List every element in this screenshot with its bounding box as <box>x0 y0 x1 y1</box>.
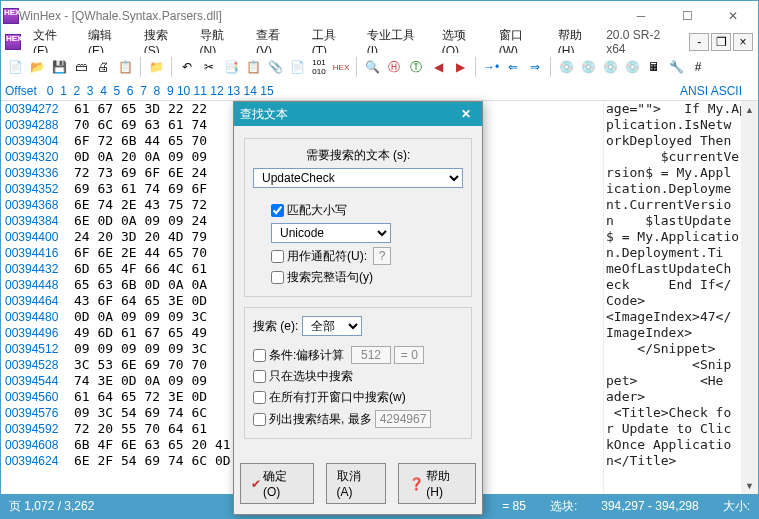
find-text-dialog: 查找文本 ✕ 需要搜索的文本 (s): UpdateCheck 匹配大小写 Un… <box>233 101 483 515</box>
whole-sentence-label: 搜索完整语句(y) <box>287 269 373 286</box>
wildcard-char-box[interactable]: ? <box>373 247 391 265</box>
clip-icon[interactable]: 📎 <box>265 57 285 77</box>
status-sel-label: 选块: <box>550 498 577 515</box>
paste-icon[interactable]: 📋 <box>243 57 263 77</box>
only-block-checkbox[interactable] <box>253 370 266 383</box>
minimize-button[interactable]: ─ <box>618 1 664 31</box>
copyhex-icon[interactable]: 📄 <box>287 57 307 77</box>
cond-offset-label: 条件:偏移计算 <box>269 347 344 364</box>
wildcards-checkbox[interactable] <box>271 250 284 263</box>
folder-icon[interactable]: 📁 <box>146 57 166 77</box>
open-icon[interactable]: 📂 <box>27 57 47 77</box>
search-text-input[interactable]: UpdateCheck <box>253 168 463 188</box>
window-title: WinHex - [QWhale.Syntax.Parsers.dll] <box>19 9 618 23</box>
dialog-close-icon[interactable]: ✕ <box>456 107 476 121</box>
encoding-select[interactable]: Unicode <box>271 223 391 243</box>
tool-icon[interactable]: 🔧 <box>666 57 686 77</box>
save-icon[interactable]: 💾 <box>49 57 69 77</box>
match-case-checkbox[interactable] <box>271 204 284 217</box>
status-sel-range: 394,297 - 394,298 <box>601 499 698 513</box>
list-results-checkbox[interactable] <box>253 413 266 426</box>
saveall-icon[interactable]: 🗃 <box>71 57 91 77</box>
disk2-icon[interactable]: 💿 <box>578 57 598 77</box>
wildcards-label: 用作通配符(U): <box>287 248 367 265</box>
findtext-icon[interactable]: Ⓣ <box>406 57 426 77</box>
close-button[interactable]: ✕ <box>710 1 756 31</box>
app-icon: HEX <box>3 8 19 24</box>
cond-remainder-box[interactable]: = 0 <box>394 346 424 364</box>
all-windows-label: 在所有打开窗口中搜索(w) <box>269 389 406 406</box>
find-icon[interactable]: 🔍 <box>362 57 382 77</box>
scroll-up-icon[interactable]: ▲ <box>742 102 757 117</box>
disk1-icon[interactable]: 💿 <box>556 57 576 77</box>
undo-icon[interactable]: ↶ <box>177 57 197 77</box>
only-block-label: 只在选块中搜索 <box>269 368 353 385</box>
scope-select[interactable]: 全部 <box>302 316 362 336</box>
search-text-label: 需要搜索的文本 (s): <box>306 147 411 164</box>
back-icon[interactable]: ⇐ <box>503 57 523 77</box>
bits-icon[interactable]: 101010 <box>309 57 329 77</box>
disk3-icon[interactable]: 💿 <box>600 57 620 77</box>
fwd-icon[interactable]: ⇒ <box>525 57 545 77</box>
list-results-label: 列出搜索结果, 最多 <box>269 411 372 428</box>
ok-button[interactable]: ✔确定(O) <box>240 463 314 504</box>
help-button[interactable]: ❓帮助(H) <box>398 463 476 504</box>
cond-divisor-box[interactable]: 512 <box>351 346 391 364</box>
calc-icon[interactable]: 🖩 <box>644 57 664 77</box>
hex-header: Offset 0 1 2 3 4 5 6 7 8 9 10 11 12 13 1… <box>1 81 758 101</box>
mdi-restore-button[interactable]: ❐ <box>711 33 731 51</box>
status-page: 页 1,072 / 3,262 <box>9 498 94 515</box>
cut-icon[interactable]: ✂ <box>199 57 219 77</box>
status-size-label: 大小: <box>723 498 750 515</box>
scope-label: 搜索 (e): <box>253 318 298 335</box>
findnext-icon[interactable]: ▶ <box>450 57 470 77</box>
goto-icon[interactable]: →• <box>481 57 501 77</box>
disk4-icon[interactable]: 💿 <box>622 57 642 77</box>
toolbar: 📄 📂 💾 🗃 🖨 📋 📁 ↶ ✂ 📑 📋 📎 📄 101010 HEX 🔍 Ⓗ… <box>1 53 758 81</box>
ascii-pane[interactable]: age=""> If My.Ap plication.IsNetw orkDep… <box>603 101 741 494</box>
hex-icon[interactable]: HEX <box>331 57 351 77</box>
findhex-icon[interactable]: Ⓗ <box>384 57 404 77</box>
mdi-min-button[interactable]: - <box>689 33 709 51</box>
match-case-label: 匹配大小写 <box>287 202 347 219</box>
cond-offset-checkbox[interactable] <box>253 349 266 362</box>
menu-bar: HEX 文件(F) 编辑(E) 搜索(S) 导航(N) 查看(V) 工具(T) … <box>1 31 758 53</box>
findprev-icon[interactable]: ◀ <box>428 57 448 77</box>
hash-icon[interactable]: # <box>688 57 708 77</box>
copy-icon[interactable]: 📑 <box>221 57 241 77</box>
scroll-down-icon[interactable]: ▼ <box>742 478 757 493</box>
print-icon[interactable]: 🖨 <box>93 57 113 77</box>
whole-sentence-checkbox[interactable] <box>271 271 284 284</box>
list-max-box[interactable]: 4294967 <box>375 410 431 428</box>
doc-icon: HEX <box>5 34 21 50</box>
dialog-title: 查找文本 <box>240 106 288 123</box>
status-val: = 85 <box>502 499 526 513</box>
cancel-button[interactable]: 取消(A) <box>326 463 387 504</box>
props-icon[interactable]: 📋 <box>115 57 135 77</box>
maximize-button[interactable]: ☐ <box>664 1 710 31</box>
all-windows-checkbox[interactable] <box>253 391 266 404</box>
vertical-scrollbar[interactable]: ▲ ▼ <box>741 101 758 494</box>
new-icon[interactable]: 📄 <box>5 57 25 77</box>
version-label: 20.0 SR-2 x64 <box>606 28 682 56</box>
dialog-titlebar[interactable]: 查找文本 ✕ <box>234 102 482 126</box>
mdi-close-button[interactable]: × <box>733 33 753 51</box>
